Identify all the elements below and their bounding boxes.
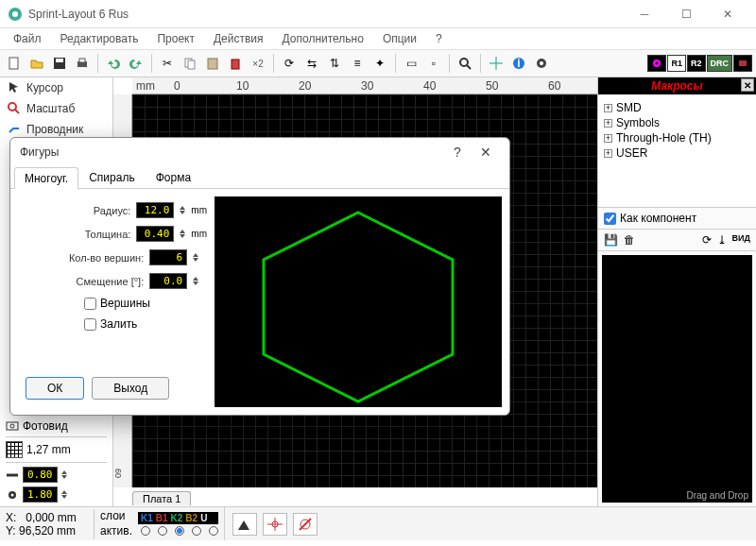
pad-size-field[interactable]: 1.80: [6, 486, 107, 503]
new-icon[interactable]: [4, 53, 25, 74]
paste-icon[interactable]: [202, 53, 223, 74]
spinner[interactable]: [61, 490, 67, 499]
minimize-button[interactable]: ─: [624, 1, 665, 27]
svg-rect-2: [9, 58, 18, 69]
ground-fill-button[interactable]: [232, 513, 257, 536]
cut-icon[interactable]: ✂: [157, 53, 178, 74]
rotate-icon[interactable]: ⟳: [279, 53, 300, 74]
mirror-h-icon[interactable]: ⇆: [301, 53, 322, 74]
macro-preview[interactable]: Drag and Drop: [602, 255, 752, 503]
print-icon[interactable]: [72, 53, 93, 74]
layer-radio-b1[interactable]: [158, 526, 167, 536]
delete-macro-icon[interactable]: 🗑: [624, 233, 635, 247]
menu-project[interactable]: Проект: [149, 30, 202, 47]
vertices-checkbox-row[interactable]: Вершины: [84, 297, 207, 310]
menu-file[interactable]: Файл: [6, 30, 49, 47]
shape-preview: [215, 196, 502, 407]
rotate-macro-icon[interactable]: ⟳: [702, 233, 712, 247]
offset-spinner[interactable]: [193, 277, 198, 285]
gear-icon[interactable]: [531, 53, 552, 74]
group-icon[interactable]: ▭: [401, 53, 421, 74]
svg-point-1: [12, 11, 18, 17]
tab-shape[interactable]: Форма: [146, 166, 201, 188]
open-icon[interactable]: [26, 53, 47, 74]
ok-button[interactable]: ОК: [26, 377, 84, 400]
macros-header: Макросы ✕: [598, 77, 756, 94]
menubar: Файл Редактировать Проект Действия Допол…: [0, 28, 756, 49]
dialog-help-button[interactable]: ?: [443, 141, 472, 163]
component-checkbox[interactable]: [604, 213, 616, 225]
save-icon[interactable]: [49, 53, 70, 74]
view-label[interactable]: ВИД: [732, 233, 750, 247]
vertices-spinner[interactable]: [193, 253, 198, 262]
tab-polygon[interactable]: Многоуг.: [14, 167, 78, 189]
macros-panel: Макросы ✕ +SMD +Symbols +Through-Hole (T…: [597, 77, 756, 506]
zoom-icon[interactable]: [455, 53, 475, 74]
width-input[interactable]: 0.40: [136, 226, 174, 242]
svg-rect-4: [56, 59, 63, 62]
menu-extra[interactable]: Дополнительно: [275, 30, 371, 47]
tool-zoom[interactable]: Масштаб: [0, 98, 112, 119]
maximize-button[interactable]: ☐: [665, 1, 707, 27]
delete-icon[interactable]: [225, 53, 246, 74]
crosshair-icon[interactable]: [486, 53, 507, 74]
menu-actions[interactable]: Действия: [206, 30, 271, 47]
cancel-button[interactable]: Выход: [92, 377, 169, 400]
tool-label: Масштаб: [26, 102, 75, 115]
info-icon[interactable]: i: [508, 53, 529, 74]
save-macro-icon[interactable]: 💾: [604, 233, 618, 247]
redo-icon[interactable]: [126, 53, 146, 74]
layer-radio-u[interactable]: [209, 526, 218, 536]
badge-r1[interactable]: R1: [667, 55, 686, 72]
close-button[interactable]: ✕: [707, 1, 748, 27]
disable-button[interactable]: [293, 513, 318, 536]
badge-pad[interactable]: [647, 55, 666, 72]
radius-spinner[interactable]: [180, 206, 185, 214]
fill-checkbox[interactable]: [84, 318, 96, 331]
tab-spiral[interactable]: Спираль: [78, 166, 145, 188]
layer-radio-b2[interactable]: [192, 526, 201, 536]
spinner[interactable]: [61, 470, 67, 479]
fill-checkbox-row[interactable]: Залить: [84, 317, 207, 331]
menu-edit[interactable]: Редактировать: [53, 30, 146, 47]
ungroup-icon[interactable]: ▫: [423, 53, 444, 74]
ruler-horizontal: mm 0 10 20 30 40 50 60: [132, 77, 597, 94]
track-width-field[interactable]: 0.80: [6, 467, 107, 483]
photoview-button[interactable]: Фотовид: [6, 419, 107, 433]
tool-cursor[interactable]: Курсор: [0, 77, 112, 98]
dialog-close-button[interactable]: ✕: [472, 141, 500, 163]
shapes-dialog: Фигуры ? ✕ Многоуг. Спираль Форма Радиус…: [9, 137, 510, 416]
badge-r2[interactable]: R2: [687, 55, 706, 72]
snap-icon[interactable]: ✦: [369, 53, 390, 74]
macro-tree[interactable]: +SMD +Symbols +Through-Hole (TH) +USER: [598, 94, 756, 208]
layer-radio-k2[interactable]: [175, 526, 184, 536]
vertices-input[interactable]: 6: [149, 249, 187, 265]
align-icon[interactable]: ≡: [347, 53, 368, 74]
vertices-field: Кол-во вершин: 6: [18, 249, 207, 265]
offset-input[interactable]: 0.0: [149, 273, 187, 289]
badge-drc[interactable]: DRC: [707, 55, 733, 72]
menu-help[interactable]: ?: [428, 30, 450, 47]
as-component-checkbox[interactable]: Как компонент: [598, 208, 756, 230]
layer-radio-k1[interactable]: [141, 526, 150, 536]
menu-options[interactable]: Опции: [375, 30, 424, 47]
import-macro-icon[interactable]: ⤓: [717, 233, 727, 247]
crosshair-button[interactable]: [263, 513, 287, 536]
mirror-v-icon[interactable]: ⇅: [324, 53, 345, 74]
undo-icon[interactable]: [103, 53, 124, 74]
svg-point-25: [10, 424, 14, 428]
vertices-checkbox[interactable]: [84, 298, 96, 310]
duplicate-icon[interactable]: ×2: [248, 53, 268, 74]
copy-icon[interactable]: [180, 53, 200, 74]
board-tab[interactable]: Плата 1: [132, 491, 191, 505]
grid-step[interactable]: 1,27 mm: [6, 441, 107, 458]
tree-node-th[interactable]: +Through-Hole (TH): [604, 130, 750, 145]
badge-ic[interactable]: [733, 55, 752, 72]
tree-node-smd[interactable]: +SMD: [604, 100, 750, 115]
width-spinner[interactable]: [180, 230, 185, 238]
tree-node-user[interactable]: +USER: [604, 145, 750, 161]
close-macros-button[interactable]: ✕: [741, 78, 754, 92]
tree-node-symbols[interactable]: +Symbols: [604, 115, 750, 130]
svg-rect-21: [739, 60, 747, 66]
radius-input[interactable]: 12.0: [136, 202, 174, 218]
